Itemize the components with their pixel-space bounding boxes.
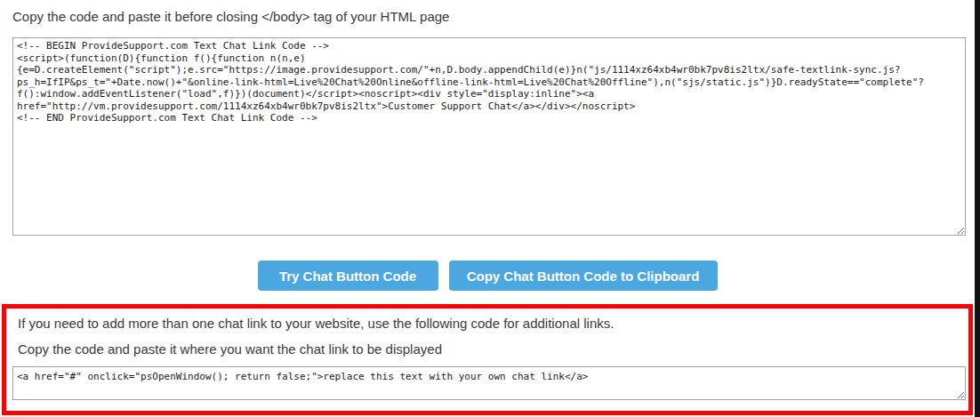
page-content: Copy the code and paste it before closin…	[0, 0, 980, 415]
additional-links-instruction-text: If you need to add more than one chat li…	[18, 315, 968, 333]
try-chat-button-code-button[interactable]: Try Chat Button Code	[258, 261, 438, 291]
screen-right-edge	[975, 0, 980, 417]
chat-link-code-textarea[interactable]: <!-- BEGIN ProvideSupport.com Text Chat …	[12, 37, 966, 236]
button-row: Try Chat Button Code Copy Chat Button Co…	[0, 261, 975, 291]
paste-location-instruction-text: Copy the code and paste it where you wan…	[18, 341, 968, 358]
additional-links-highlighted-section: If you need to add more than one chat li…	[2, 304, 973, 415]
copy-chat-button-code-button[interactable]: Copy Chat Button Code to Clipboard	[449, 261, 718, 291]
additional-chat-link-code-textarea[interactable]: <a href="#" onclick="psOpenWindow(); ret…	[12, 366, 966, 400]
top-instruction-text: Copy the code and paste it before closin…	[12, 8, 980, 26]
